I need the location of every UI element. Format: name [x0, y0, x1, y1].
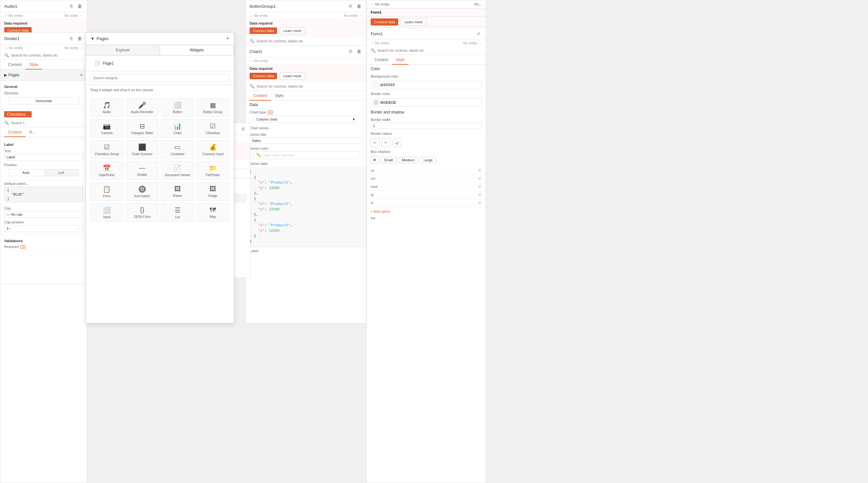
- json-form-widget-label: JSON Form: [134, 215, 151, 219]
- widget-currency-input[interactable]: 💰 Currency Input: [197, 140, 229, 159]
- pages-widgets-tab[interactable]: Widgets: [160, 45, 234, 55]
- widget-chart[interactable]: 📊 Chart: [161, 119, 194, 138]
- cap-pos-input[interactable]: I← —: [4, 225, 83, 232]
- widget-search-input[interactable]: [90, 74, 230, 82]
- shadow-medium-btn[interactable]: Medium: [399, 157, 418, 163]
- widget-divider[interactable]: — Divider: [126, 161, 159, 180]
- divider-tab-style[interactable]: Style: [26, 60, 42, 69]
- widget-camera[interactable]: 📷 Camera: [90, 119, 123, 138]
- copy-icon[interactable]: ⎘: [68, 3, 74, 9]
- br-square-btn[interactable]: ⌐: [371, 138, 380, 147]
- checkbox-search-input[interactable]: [11, 121, 83, 125]
- widget-checkbox[interactable]: ☑ Checkbox: [197, 119, 229, 138]
- bg-learn-btn[interactable]: Learn more: [280, 27, 305, 34]
- size-xl-delete[interactable]: 🗑: [478, 200, 482, 205]
- form-search-input[interactable]: [377, 49, 482, 52]
- chart-color-input[interactable]: ✏️ enter color hexcode: [253, 151, 359, 159]
- pos-left-btn[interactable]: Left: [43, 169, 79, 176]
- form-tab-style[interactable]: Style: [392, 55, 408, 65]
- divider-tab-content[interactable]: Content: [4, 60, 26, 69]
- chart-tab-content[interactable]: Content: [250, 91, 271, 101]
- size-lg-input[interactable]: [380, 192, 478, 198]
- widget-image[interactable]: 🖼 Image: [197, 182, 229, 201]
- widget-audio-recorder[interactable]: 🎤 Audio Recorder: [126, 98, 159, 117]
- size-sm-input[interactable]: [380, 175, 478, 181]
- br-rounded-btn[interactable]: ⌐: [382, 138, 391, 147]
- chart-tab-style[interactable]: Style: [271, 91, 287, 101]
- size-xs-input[interactable]: [380, 168, 478, 173]
- page1-item[interactable]: 📄 Page1: [90, 58, 229, 68]
- divider-cap-value[interactable]: — No cap: [4, 211, 83, 218]
- chart-connect-btn[interactable]: Connect data: [250, 73, 277, 79]
- form-color-label: Color: [371, 66, 380, 71]
- size-xs-delete[interactable]: 🗑: [478, 168, 482, 173]
- pages-title: ▼ Pages: [90, 36, 108, 41]
- br-full-btn[interactable]: ↙: [393, 138, 402, 147]
- bg-search-input[interactable]: [256, 39, 362, 43]
- form-border-color-field[interactable]: #E0DEDE: [371, 98, 482, 107]
- widget-datepicker[interactable]: 📅 DatePicker: [90, 161, 123, 180]
- audio-no-entity-right: No entity →: [65, 13, 83, 18]
- widget-json-form[interactable]: {} JSON Form: [126, 203, 159, 222]
- divider-search-input[interactable]: [11, 53, 83, 57]
- pages-add-btn[interactable]: +: [226, 35, 229, 42]
- code-scanner-widget-label: Code Scanner: [132, 152, 152, 156]
- widget-category-slider[interactable]: ⊟ Category Slider: [126, 119, 159, 138]
- form-learn-btn[interactable]: Learn more: [401, 19, 426, 26]
- form-tab-content[interactable]: Content: [371, 55, 392, 65]
- bg-connect-btn[interactable]: Connect data: [250, 27, 277, 34]
- chart-type-select[interactable]: Column chart ▼: [253, 116, 359, 123]
- form-border-width-value[interactable]: 1: [371, 122, 482, 129]
- cs-copy-icon[interactable]: ⎘: [240, 126, 246, 132]
- size-xl-input[interactable]: [380, 200, 478, 206]
- bg-delete-icon[interactable]: 🗑: [356, 3, 362, 9]
- size-lg-delete[interactable]: 🗑: [478, 192, 482, 197]
- form-bg-color-field[interactable]: #FFFFFF: [371, 81, 482, 89]
- pages-add-icon[interactable]: +: [80, 72, 83, 78]
- widget-icon-button[interactable]: 🔘 Icon button: [126, 182, 159, 201]
- bg-copy-icon[interactable]: ⎘: [347, 3, 354, 9]
- checkbox-tab-style[interactable]: S...: [26, 127, 39, 137]
- divider-delete-icon[interactable]: 🗑: [76, 35, 83, 42]
- shadow-x-btn[interactable]: ✕: [371, 156, 378, 164]
- chart-search-input[interactable]: [256, 84, 362, 88]
- widget-filepicker[interactable]: 📁 FilePicker: [197, 161, 229, 180]
- widget-checkbox-group[interactable]: ☑ Checkbox Group: [90, 140, 123, 159]
- form-add-option[interactable]: + Add option: [367, 208, 486, 215]
- shadow-large-btn[interactable]: Large: [420, 157, 436, 163]
- widget-iframe[interactable]: 🖼 Iframe: [161, 182, 194, 201]
- widget-form[interactable]: 📋 Form: [90, 182, 123, 201]
- widget-list[interactable]: ☰ List: [161, 203, 194, 222]
- widget-document-viewer[interactable]: 📄 Document Viewer: [161, 161, 194, 180]
- chart-learn-btn[interactable]: Learn more: [280, 73, 305, 80]
- divider-text-value[interactable]: Label: [4, 154, 83, 160]
- pos-auto-btn[interactable]: Auto: [8, 169, 43, 176]
- pages-label-text: Pages: [8, 73, 20, 77]
- shadow-small-btn[interactable]: Small: [380, 157, 397, 163]
- chart-copy-icon[interactable]: ⎘: [347, 48, 354, 55]
- size-msd-input[interactable]: [380, 183, 478, 190]
- chart-data-header[interactable]: Data: [246, 101, 366, 109]
- widget-audio[interactable]: 🎵 Audio: [90, 98, 123, 117]
- chart-series-title-value[interactable]: Sales: [250, 137, 362, 144]
- size-xs-label: xs: [371, 168, 380, 172]
- delete-icon[interactable]: 🗑: [76, 3, 83, 9]
- chart-delete-icon[interactable]: 🗑: [356, 48, 362, 55]
- size-sm-delete[interactable]: 🗑: [478, 176, 482, 181]
- widget-map[interactable]: 🗺 Map: [197, 203, 229, 222]
- widget-code-scanner[interactable]: ⬛ Code Scanner: [126, 140, 159, 159]
- form-expand-icon[interactable]: ⤢: [475, 30, 482, 37]
- pages-explorer-tab[interactable]: Explorer: [86, 45, 160, 55]
- chart-type-row: Chart type JS Column chart ▼: [246, 109, 366, 125]
- widget-container[interactable]: ▭ Container: [161, 140, 194, 159]
- size-msd-delete[interactable]: 🗑: [478, 184, 482, 189]
- datepicker-widget-label: DatePicker: [99, 173, 115, 177]
- widget-button-group[interactable]: ▦ Button Group: [197, 98, 229, 117]
- form-connect-btn[interactable]: Connect data: [371, 19, 398, 26]
- widget-input[interactable]: ⬜ Input: [90, 203, 123, 222]
- checkbox-tab-content[interactable]: Content: [4, 127, 26, 137]
- widget-button[interactable]: ⬜ Button: [161, 98, 194, 117]
- divider-copy-icon[interactable]: ⎘: [68, 35, 74, 42]
- iframe-widget-label: Iframe: [173, 194, 182, 198]
- dir-horizontal-btn[interactable]: Horizontal: [8, 97, 79, 104]
